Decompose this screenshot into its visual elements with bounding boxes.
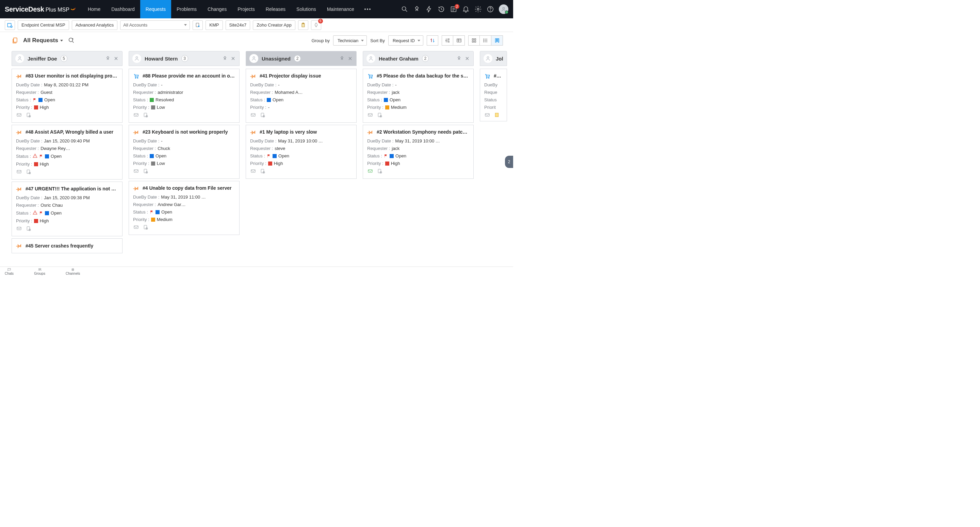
gear-icon[interactable] <box>474 5 482 13</box>
svg-point-2 <box>477 8 479 10</box>
rocket-icon[interactable]: 6 <box>311 21 321 30</box>
mail-icon[interactable] <box>16 169 22 176</box>
request-card[interactable]: #5 Please do the data backup for the spe… <box>363 69 474 123</box>
add-note-icon[interactable] <box>143 112 149 119</box>
side-counter-badge[interactable]: 2 <box>505 156 513 168</box>
subnav-zoho[interactable]: Zoho Creator App <box>253 21 295 30</box>
column-header[interactable]: Jol <box>480 51 507 66</box>
bottombar-channels[interactable]: Channels <box>66 268 80 275</box>
bottombar-chats[interactable]: Chats <box>5 268 14 275</box>
request-card[interactable]: #4 Unable to copy data from File serverD… <box>129 181 240 235</box>
close-column-icon[interactable] <box>465 56 470 61</box>
nav-item-dashboard[interactable]: Dashboard <box>106 0 140 18</box>
sort-direction-button[interactable] <box>427 35 438 46</box>
svg-point-28 <box>19 57 21 59</box>
add-note-icon[interactable] <box>143 168 149 175</box>
bolt-icon[interactable] <box>425 5 433 13</box>
account-select[interactable]: All Accounts <box>120 21 190 30</box>
svg-rect-35 <box>17 227 21 230</box>
nav-item-changes[interactable]: Changes <box>202 0 232 18</box>
add-note-icon[interactable] <box>259 168 266 175</box>
nav-item-requests[interactable]: Requests <box>140 0 171 18</box>
mail-icon[interactable] <box>133 224 139 231</box>
profile-avatar[interactable] <box>499 5 508 14</box>
pin-column-icon[interactable] <box>456 56 462 61</box>
request-card[interactable]: #41 Projector display issueDueBy Date : … <box>246 69 356 123</box>
clipboard-icon[interactable] <box>298 21 308 30</box>
nav-more-icon[interactable] <box>360 8 375 10</box>
request-card[interactable]: #48 Assist ASAP, Wrongly billed a userDu… <box>11 125 123 179</box>
subnav-analytics[interactable]: Advanced Analytics <box>72 21 118 30</box>
svg-point-4 <box>490 11 491 11</box>
close-column-icon[interactable] <box>113 56 119 61</box>
settings-button[interactable] <box>442 35 453 46</box>
mail-icon[interactable] <box>133 168 139 175</box>
request-card[interactable]: #2 Workstation Symphony needs patch u…Du… <box>363 125 474 179</box>
priority-label: Priority : <box>16 218 32 223</box>
mail-icon[interactable] <box>250 168 256 175</box>
svg-point-38 <box>136 57 137 59</box>
request-card[interactable]: #83 User monitor is not displaying prope… <box>11 69 123 123</box>
copy-icon[interactable] <box>11 37 18 44</box>
pin-column-icon[interactable] <box>222 56 228 61</box>
nav-item-solutions[interactable]: Solutions <box>291 0 321 18</box>
pin-column-icon[interactable] <box>339 56 345 61</box>
request-card[interactable]: #1 My laptop is very slowDueBy Date : Ma… <box>246 125 356 179</box>
pin-column-icon[interactable] <box>105 56 111 61</box>
request-card[interactable]: #14 PDueByRequeStatusPriorit <box>480 69 507 121</box>
task-icon[interactable]: 2 <box>450 5 457 13</box>
column-avatar <box>484 54 492 63</box>
request-card[interactable]: #23 Keyboard is not working properlyDueB… <box>129 125 240 179</box>
card-title: #23 Keyboard is not working properly <box>143 129 235 135</box>
help-icon[interactable] <box>487 5 494 13</box>
subnav-kmp[interactable]: KMP <box>205 21 223 30</box>
subnav-site24x7[interactable]: Site24x7 <box>226 21 250 30</box>
view-board-button[interactable] <box>492 35 503 46</box>
add-note-icon[interactable] <box>25 112 32 119</box>
svg-point-68 <box>488 78 489 78</box>
nav-item-maintenance[interactable]: Maintenance <box>321 0 360 18</box>
history-icon[interactable] <box>438 5 445 13</box>
close-column-icon[interactable] <box>347 56 353 61</box>
nav-item-releases[interactable]: Releases <box>260 0 291 18</box>
subnav-doc-icon[interactable] <box>192 21 203 30</box>
bell-icon[interactable] <box>462 5 469 13</box>
mail-icon[interactable] <box>133 112 139 119</box>
column-header[interactable]: Jeniffer Doe5 <box>11 51 123 66</box>
request-card[interactable]: #47 URGENT!!! The application is not sta… <box>11 181 123 236</box>
groupby-dropdown[interactable]: Technician <box>333 35 367 46</box>
mail-icon[interactable] <box>367 168 373 175</box>
view-selector[interactable]: All Requests <box>23 37 63 44</box>
add-tab-icon[interactable] <box>5 21 15 30</box>
nav-item-projects[interactable]: Projects <box>232 0 260 18</box>
add-note-icon[interactable] <box>259 112 266 119</box>
subnav-endpoint[interactable]: Endpoint Central MSP <box>18 21 69 30</box>
nav-item-home[interactable]: Home <box>82 0 106 18</box>
request-card[interactable]: #45 Server crashes frequently <box>11 238 123 253</box>
add-note-icon[interactable] <box>25 169 32 176</box>
column-header[interactable]: Unassigned2 <box>246 51 356 66</box>
close-column-icon[interactable] <box>231 56 236 61</box>
mail-icon[interactable] <box>16 112 22 119</box>
pin-icon[interactable] <box>413 5 421 13</box>
add-note-icon[interactable] <box>25 226 32 233</box>
add-note-icon[interactable] <box>143 224 149 231</box>
search-icon[interactable] <box>401 5 408 13</box>
sortby-dropdown[interactable]: Request ID <box>388 35 423 46</box>
status-label: Status : <box>250 153 265 159</box>
add-note-icon[interactable] <box>377 112 383 119</box>
request-card[interactable]: #88 Please provide me an account in our … <box>129 69 240 123</box>
column-header[interactable]: Howard Stern3 <box>129 51 240 66</box>
nav-item-problems[interactable]: Problems <box>171 0 202 18</box>
view-grid-button[interactable] <box>468 35 480 46</box>
filter-search-icon[interactable] <box>68 37 75 44</box>
view-list-button[interactable] <box>480 35 492 46</box>
bottombar-groups[interactable]: Groups <box>34 268 45 275</box>
mail-icon[interactable] <box>250 112 256 119</box>
add-note-icon[interactable] <box>377 168 383 175</box>
column-header[interactable]: Heather Graham2 <box>363 51 474 66</box>
layout-button[interactable] <box>453 35 465 46</box>
mail-icon[interactable] <box>16 226 22 233</box>
status-color <box>267 98 271 102</box>
mail-icon[interactable] <box>367 112 373 119</box>
